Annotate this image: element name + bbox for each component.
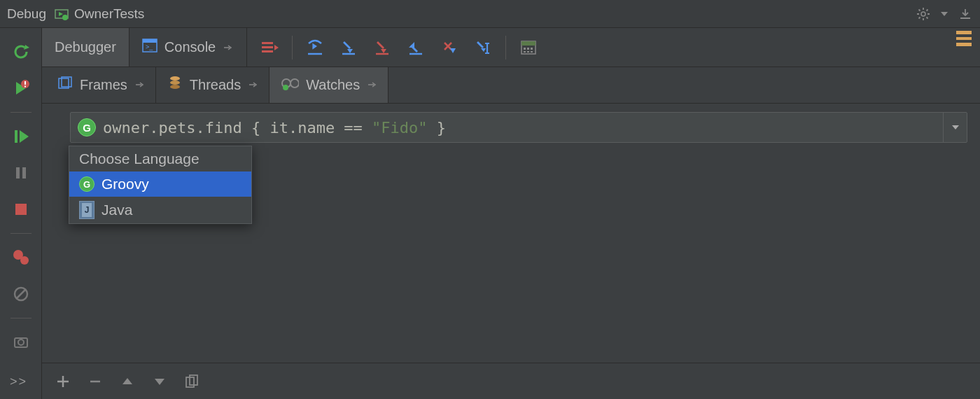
svg-rect-50 xyxy=(527,51,529,52)
language-option-java[interactable]: J Java xyxy=(69,197,251,223)
tab-console[interactable]: >_ Console xyxy=(130,28,247,66)
svg-point-54 xyxy=(170,76,180,80)
expression-history-dropdown[interactable] xyxy=(943,113,967,142)
expr-code-string: "Fido" xyxy=(372,119,427,136)
resume-button[interactable] xyxy=(7,121,35,152)
step-into-button[interactable] xyxy=(333,32,364,63)
step-over-button[interactable] xyxy=(300,32,330,63)
svg-marker-35 xyxy=(409,42,414,48)
get-thread-dump-button[interactable] xyxy=(7,327,35,358)
show-execution-point-button[interactable] xyxy=(254,32,285,63)
run-config-icon xyxy=(55,7,69,21)
svg-marker-39 xyxy=(450,48,456,53)
svg-marker-28 xyxy=(274,45,279,50)
svg-line-19 xyxy=(16,289,26,299)
evaluate-expression-button[interactable] xyxy=(513,32,544,63)
hide-icon[interactable] xyxy=(958,6,973,22)
svg-rect-23 xyxy=(143,39,157,43)
svg-marker-33 xyxy=(381,49,386,53)
svg-point-17 xyxy=(20,256,29,265)
svg-marker-31 xyxy=(347,49,353,53)
duplicate-watch-button[interactable] xyxy=(179,369,204,394)
drop-frame-button[interactable] xyxy=(434,32,465,63)
title-bar: Debug OwnerTests xyxy=(0,0,980,28)
mute-breakpoints-button[interactable] xyxy=(7,279,35,309)
svg-rect-47 xyxy=(527,48,529,50)
subtab-frames-label: Frames xyxy=(80,77,127,93)
tool-window-label: Debug xyxy=(7,6,46,22)
pin-icon[interactable] xyxy=(248,77,258,93)
threads-icon xyxy=(167,75,183,95)
move-watch-down-button[interactable] xyxy=(147,369,172,394)
svg-marker-40 xyxy=(481,48,486,52)
language-badge-groovy-icon[interactable]: G xyxy=(78,118,96,136)
svg-rect-45 xyxy=(522,41,536,46)
language-option-groovy[interactable]: G Groovy xyxy=(69,172,251,197)
language-option-groovy-label: Groovy xyxy=(102,176,149,192)
choose-language-title: Choose Language xyxy=(69,146,251,172)
svg-rect-15 xyxy=(15,204,27,215)
svg-marker-29 xyxy=(313,43,318,49)
svg-rect-49 xyxy=(524,51,526,52)
view-breakpoints-button[interactable] xyxy=(7,242,35,273)
svg-point-59 xyxy=(283,85,288,90)
debugger-toolbar: Debugger >_ Console xyxy=(42,28,980,67)
subtab-frames[interactable]: Frames xyxy=(46,67,156,103)
svg-marker-64 xyxy=(122,378,132,384)
subtab-watches-label: Watches xyxy=(306,77,360,93)
svg-marker-6 xyxy=(24,45,29,50)
svg-rect-11 xyxy=(15,130,18,143)
run-to-cursor-button[interactable] xyxy=(468,32,498,63)
svg-rect-13 xyxy=(16,167,20,178)
svg-rect-27 xyxy=(262,50,273,52)
rerun-button[interactable] xyxy=(7,36,35,67)
watch-expression-row[interactable]: G owner.pets.find { it.name == "Fido" } xyxy=(70,112,967,143)
language-option-java-label: Java xyxy=(102,202,132,218)
watches-icon xyxy=(281,76,299,94)
pause-button[interactable] xyxy=(7,158,35,188)
groovy-icon: G xyxy=(79,176,94,192)
watch-expression-input[interactable]: owner.pets.find { it.name == "Fido" } xyxy=(103,119,943,136)
expand-handle[interactable]: >> xyxy=(10,374,27,389)
layout-settings-button[interactable] xyxy=(953,28,974,49)
frames-icon xyxy=(57,76,73,94)
pin-icon[interactable] xyxy=(367,77,377,93)
pin-icon[interactable] xyxy=(134,77,144,93)
svg-marker-4 xyxy=(941,12,948,16)
settings-icon[interactable] xyxy=(916,6,931,22)
rerun-failed-button[interactable] xyxy=(7,73,35,104)
new-watch-button[interactable] xyxy=(50,369,76,394)
svg-marker-65 xyxy=(155,379,164,385)
svg-point-3 xyxy=(921,12,925,16)
stop-button[interactable] xyxy=(7,194,35,225)
subtab-threads[interactable]: Threads xyxy=(156,67,270,103)
svg-point-21 xyxy=(18,340,24,345)
step-out-button[interactable] xyxy=(400,32,431,63)
svg-text:>_: >_ xyxy=(146,43,153,50)
svg-rect-25 xyxy=(262,42,273,44)
svg-marker-12 xyxy=(20,130,29,143)
subtab-threads-label: Threads xyxy=(190,77,241,93)
tab-debugger-label: Debugger xyxy=(55,39,116,55)
svg-marker-60 xyxy=(952,125,959,130)
svg-point-58 xyxy=(290,79,299,88)
remove-watch-button[interactable] xyxy=(83,369,108,394)
svg-marker-1 xyxy=(59,12,63,16)
run-config-name: OwnerTests xyxy=(74,6,144,22)
tab-console-label: Console xyxy=(164,39,216,55)
force-step-into-button[interactable] xyxy=(367,32,398,63)
pin-icon[interactable] xyxy=(223,43,234,52)
move-watch-up-button[interactable] xyxy=(115,369,140,394)
expr-code-prefix: owner.pets.find { it.name == xyxy=(103,119,372,136)
subtab-watches[interactable]: Watches xyxy=(270,67,388,103)
svg-rect-48 xyxy=(531,48,533,50)
dropdown-arrow-icon[interactable] xyxy=(941,8,948,20)
svg-rect-5 xyxy=(960,18,970,19)
watches-bottom-toolbar xyxy=(42,363,980,399)
svg-rect-46 xyxy=(524,48,526,50)
svg-rect-26 xyxy=(262,46,273,48)
svg-rect-51 xyxy=(531,51,533,52)
svg-rect-10 xyxy=(24,86,26,88)
tab-debugger[interactable]: Debugger xyxy=(42,28,130,66)
svg-point-56 xyxy=(170,85,180,89)
